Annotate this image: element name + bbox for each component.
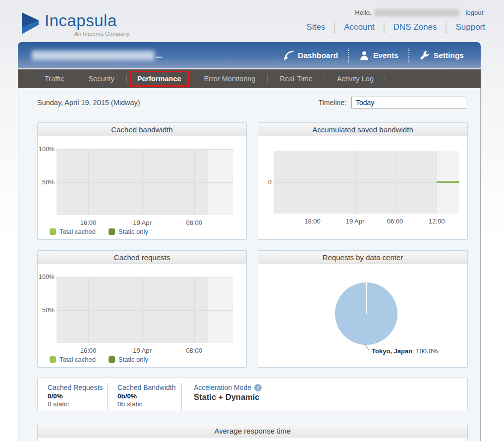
panel-title: Requests by data center <box>258 251 467 264</box>
top-nav: Sites Account DNS Zones Support <box>297 22 485 33</box>
x-tick: 18:00 <box>297 218 329 225</box>
cached-bandwidth-chart: 100% 50% 16:00 19 Apr 08:00 Total cached… <box>38 136 246 240</box>
y-tick: 100% <box>36 146 55 153</box>
wrench-icon <box>419 50 430 61</box>
panel-title: Cached bandwidth <box>38 123 246 136</box>
info-icon[interactable]: i <box>254 384 262 391</box>
plot-area: 0 18:00 19 Apr 06:00 12:00 <box>274 151 459 214</box>
tab-security[interactable]: Security <box>76 75 126 83</box>
cached-requests-chart: 100% 50% 16:00 19 Apr 08:00 Total cached… <box>38 264 246 368</box>
accumulated-saved-chart: 0 18:00 19 Apr 06:00 12:00 <box>258 136 467 240</box>
stat-value: Static + Dynamic <box>194 392 262 402</box>
gridline <box>274 182 459 183</box>
plot-area: 100% 50% 16:00 19 Apr 08:00 <box>56 277 233 343</box>
legend-static-only[interactable]: Static only <box>109 228 148 235</box>
stat-sub-value: 0 static <box>48 400 107 408</box>
tab-activity-log[interactable]: Activity Log <box>325 75 386 83</box>
stat-value: 0/0% <box>48 392 107 400</box>
incapsula-logo-icon <box>21 12 41 36</box>
tab-performance[interactable]: Performance <box>130 71 189 87</box>
gridline <box>56 149 233 150</box>
greeting-row: Hello, logout <box>355 9 483 16</box>
person-icon <box>359 50 370 61</box>
stat-label[interactable]: Cached Bandwidth <box>117 384 176 391</box>
legend-swatch-icon <box>50 228 56 235</box>
toolbar-row: Sunday, April 19, 2015 (Midway) Timeline… <box>18 95 480 110</box>
x-tick: 19 Apr <box>339 218 371 225</box>
y-tick: 50% <box>36 179 55 186</box>
nav-account[interactable]: Account <box>335 22 383 32</box>
legend-label: Total cached <box>59 228 96 235</box>
dashboard-button[interactable]: Dashboard <box>274 50 348 61</box>
x-tick: 16:00 <box>72 219 104 226</box>
nav-support[interactable]: Support <box>447 22 485 32</box>
x-tick: 16:00 <box>72 347 104 354</box>
stat-label[interactable]: Acceleration Mode <box>194 384 251 391</box>
x-tick: 19 Apr <box>126 219 158 226</box>
legend-total-cached[interactable]: Total cached <box>50 228 96 235</box>
stat-cached-requests: Cached Requests 0/0% 0 static <box>38 384 108 411</box>
nav-sites[interactable]: Sites <box>297 22 334 32</box>
dashboard-label: Dashboard <box>298 51 338 60</box>
panel-title: Accumulated saved bandwidth <box>258 123 467 136</box>
stat-label[interactable]: Cached Requests <box>48 384 103 391</box>
pie-slice-label: Tokyo, Japan: 100.0% <box>372 347 438 355</box>
timeline-group: Timeline: <box>319 97 466 109</box>
legend-swatch-icon <box>109 356 115 363</box>
logout-link[interactable]: logout <box>466 9 483 16</box>
cached-bandwidth-panel: Cached bandwidth 100% 50% 16:00 19 Apr 0… <box>37 122 247 240</box>
incapsula-logo[interactable]: Incapsula An Imperva Company <box>21 12 129 37</box>
average-response-time-panel: Average response time <box>37 424 468 441</box>
gauge-icon <box>283 50 294 61</box>
incapsula-performance-page: Incapsula An Imperva Company Hello, logo… <box>0 0 504 441</box>
tab-real-time[interactable]: Real-Time <box>268 75 324 83</box>
saved-bandwidth-line <box>437 181 459 183</box>
content-area: Sunday, April 19, 2015 (Midway) Timeline… <box>18 88 481 441</box>
x-tick: 19 Apr <box>126 347 158 354</box>
legend-static-only[interactable]: Static only <box>109 356 148 363</box>
cached-requests-panel: Cached requests 100% 50% 16:00 19 Apr 08… <box>37 250 247 368</box>
legend-swatch-icon <box>50 356 56 363</box>
cache-stats-panel: Cached Requests 0/0% 0 static Cached Ban… <box>37 378 468 411</box>
x-tick: 08:00 <box>178 347 210 354</box>
brand-name: Incapsula <box>45 12 129 30</box>
hello-label: Hello, <box>355 9 371 16</box>
gridline <box>56 182 233 183</box>
tab-separator <box>126 75 127 83</box>
stat-value: 0b/0% <box>117 392 181 400</box>
gridline <box>56 277 233 277</box>
requests-by-data-center-panel: Requests by data center Tokyo, Japan: 10… <box>258 250 468 368</box>
settings-label: Settings <box>434 51 464 60</box>
site-name[interactable]: ... <box>32 51 162 60</box>
tab-error-monitoring[interactable]: Error Monitoring <box>192 75 268 83</box>
settings-button[interactable]: Settings <box>409 50 474 61</box>
x-tick: 06:00 <box>379 218 411 225</box>
events-button[interactable]: Events <box>349 50 408 61</box>
panel-title: Cached requests <box>38 251 246 264</box>
site-bar-nav: Dashboard Events Settings <box>274 49 474 62</box>
tab-traffic[interactable]: Traffic <box>33 75 76 83</box>
events-label: Events <box>373 51 398 60</box>
accumulated-saved-bandwidth-panel: Accumulated saved bandwidth 0 18:00 19 A… <box>258 122 468 240</box>
timeline-label: Timeline: <box>319 99 346 107</box>
legend-total-cached[interactable]: Total cached <box>50 356 96 363</box>
legend-label: Static only <box>118 228 148 235</box>
site-name-ellipsis: ... <box>156 51 162 60</box>
nav-dns-zones[interactable]: DNS Zones <box>385 22 446 32</box>
legend-swatch-icon <box>109 228 115 235</box>
y-tick: 50% <box>36 307 55 314</box>
timeline-input[interactable] <box>351 97 466 109</box>
x-tick: 08:00 <box>178 219 210 226</box>
y-tick: 0 <box>253 179 272 186</box>
pie-slice-value: : 100.0% <box>412 347 438 355</box>
stat-sub-value: 0b static <box>117 400 181 408</box>
stat-acceleration-mode: Acceleration Mode i Static + Dynamic <box>182 384 262 411</box>
redacted-username <box>375 9 459 16</box>
legend-label: Total cached <box>59 356 96 363</box>
chart-legend: Total cached Static only <box>50 356 148 363</box>
panel-title: Average response time <box>38 424 467 438</box>
gridline <box>56 310 233 311</box>
chart-legend: Total cached Static only <box>50 228 148 235</box>
pie-slice-tokyo[interactable] <box>335 282 397 345</box>
y-tick: 100% <box>36 274 55 280</box>
